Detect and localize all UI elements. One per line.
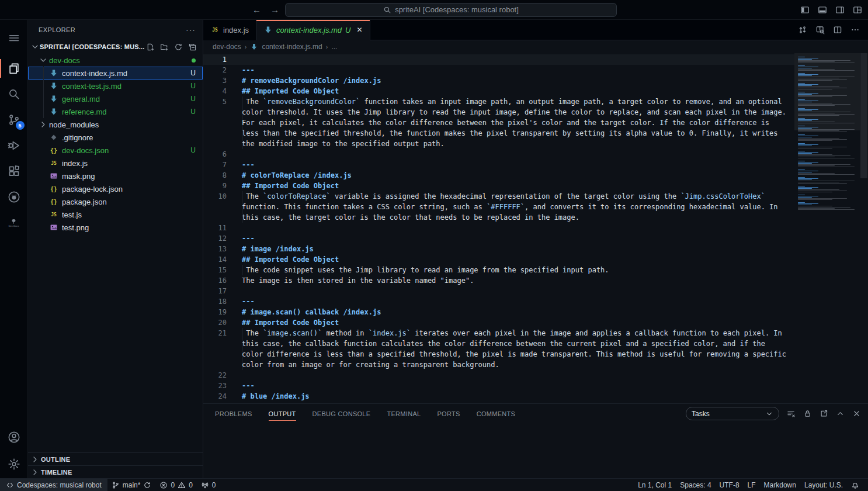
tree-item-mask.png[interactable]: mask.png — [28, 170, 203, 182]
tree-item-dev-docs.json[interactable]: {}dev-docs.jsonU — [28, 144, 203, 157]
activity-devdocs[interactable]: Dev-Docs — [0, 210, 28, 236]
toggle-panel-icon[interactable] — [818, 5, 827, 15]
breadcrumb-item[interactable]: ... — [331, 43, 337, 51]
activity-explorer[interactable] — [0, 56, 28, 81]
tree-item-context-test.js.md[interactable]: context-test.js.mdU — [28, 79, 203, 92]
braces-icon: {} — [49, 197, 58, 206]
panel-tab-ports[interactable]: PORTS — [437, 404, 460, 423]
line-text: --- — [242, 160, 794, 170]
output-channel-select[interactable]: Tasks — [686, 407, 779, 420]
activity-search[interactable] — [0, 81, 28, 107]
nav-back-icon[interactable]: ← — [252, 5, 261, 15]
file-name: .gitignore — [62, 133, 93, 142]
account-button[interactable] — [0, 424, 28, 450]
open-changes-icon[interactable] — [798, 25, 807, 34]
open-in-editor-icon[interactable] — [820, 409, 828, 418]
indentation[interactable]: Spaces: 4 — [676, 479, 715, 491]
activity-github[interactable] — [0, 184, 28, 210]
refresh-icon[interactable] — [174, 43, 183, 51]
tree-item-reference.md[interactable]: reference.mdU — [28, 105, 203, 118]
tree-item-dev-docs[interactable]: dev-docs — [28, 54, 203, 67]
tree-item-test.js[interactable]: JStest.js — [28, 208, 203, 221]
close-tab-icon[interactable]: ✕ — [356, 26, 362, 34]
tab-index.js[interactable]: JSindex.js — [203, 20, 256, 40]
panel-tab-output[interactable]: OUTPUT — [269, 404, 296, 423]
tree-item-index.js[interactable]: JSindex.js — [28, 157, 203, 170]
forwarded-ports[interactable]: 0 — [197, 479, 220, 491]
problems[interactable]: 00 — [155, 479, 196, 491]
minimap-line — [798, 164, 850, 165]
panel-tab-debug-console[interactable]: DEBUG CONSOLE — [313, 404, 371, 423]
minimap-line — [798, 182, 839, 182]
toggle-secondary-sidebar-icon[interactable] — [835, 5, 845, 15]
settings-button[interactable] — [0, 450, 28, 478]
panel-tab-terminal[interactable]: TERMINAL — [387, 404, 421, 423]
problems-text: 0 — [189, 481, 193, 489]
explorer-more-actions-icon[interactable]: ··· — [186, 25, 196, 34]
maximize-panel-icon[interactable] — [836, 409, 845, 418]
minimap-line — [798, 167, 855, 167]
clear-output-icon[interactable] — [787, 409, 796, 418]
breadcrumb-item[interactable]: dev-docs — [213, 43, 241, 51]
minimap-line — [798, 132, 847, 132]
editor-line-18: 18--- — [203, 296, 794, 307]
tree-item-package.json[interactable]: {}package.json — [28, 195, 203, 208]
output-view[interactable] — [203, 423, 868, 478]
minimap-line — [798, 209, 855, 210]
line-number: 7 — [203, 160, 242, 170]
markdown-icon — [263, 25, 273, 34]
minimap-line — [798, 151, 805, 151]
minimap-slider[interactable] — [794, 53, 860, 130]
tree-item-test.png[interactable]: test.png — [28, 221, 203, 234]
split-editor-icon[interactable] — [833, 25, 842, 34]
workspace-section-header[interactable]: SPRITEAI [CODESPACES: MUS... — [28, 40, 203, 54]
breadcrumb-item[interactable]: context-index.js.md — [262, 43, 322, 51]
tree-item-context-index.js.md[interactable]: context-index.js.mdU — [28, 67, 203, 79]
menu-button[interactable] — [0, 25, 28, 51]
github-icon — [8, 191, 20, 203]
tree-item-.gitignore[interactable]: .gitignore — [28, 131, 203, 144]
editor-scrollbar[interactable] — [860, 53, 868, 403]
markdown-icon — [49, 68, 58, 78]
tree-item-package-lock.json[interactable]: {}package-lock.json — [28, 182, 203, 195]
command-center-search[interactable]: spriteAI [Codespaces: musical robot] — [285, 3, 617, 17]
tree-item-general.md[interactable]: general.mdU — [28, 92, 203, 105]
close-panel-icon[interactable] — [852, 409, 861, 418]
outline-section[interactable]: OUTLINE — [28, 452, 203, 465]
panel-tab-comments[interactable]: COMMENTS — [477, 404, 516, 423]
tree-item-node_modules[interactable]: node_modules — [28, 118, 203, 131]
minimap-line — [798, 152, 818, 153]
language-mode[interactable]: Markdown — [760, 479, 800, 491]
new-file-icon[interactable] — [146, 43, 155, 51]
cursor-position[interactable]: Ln 1, Col 1 — [634, 479, 676, 491]
minimap[interactable] — [794, 53, 860, 403]
editor-line-1: 1 — [203, 54, 794, 65]
timeline-section[interactable]: TIMELINE — [28, 465, 203, 478]
minimap-line — [798, 187, 818, 188]
new-folder-icon[interactable] — [160, 43, 169, 51]
chevron-down-icon — [39, 56, 48, 65]
open-preview-icon[interactable] — [815, 25, 825, 34]
activity-extensions[interactable] — [0, 158, 28, 184]
eol[interactable]: LF — [744, 479, 760, 491]
panel-tab-problems[interactable]: PROBLEMS — [215, 404, 252, 423]
tab-context-index.js.md[interactable]: context-index.js.mdU✕ — [256, 20, 370, 40]
keyboard-layout[interactable]: Layout: U.S. — [800, 479, 847, 491]
editor[interactable]: 12---3# removeBackgroundColor /index.js4… — [203, 53, 868, 403]
notifications[interactable] — [847, 479, 863, 491]
file-name: context-index.js.md — [62, 69, 127, 78]
js-icon: JS — [210, 26, 220, 35]
toggle-sidebar-icon[interactable] — [800, 5, 810, 15]
activity-source-control[interactable]: 5 — [0, 107, 28, 133]
editor-line-10: 10 The `colorToReplace` variable is assi… — [203, 191, 794, 223]
lock-scroll-icon[interactable] — [803, 409, 812, 418]
activity-run-debug[interactable] — [0, 133, 28, 158]
encoding[interactable]: UTF-8 — [716, 479, 744, 491]
customize-layout-icon[interactable] — [853, 5, 862, 15]
git-branch[interactable]: main* — [107, 479, 156, 491]
scrollbar-thumb[interactable] — [860, 53, 867, 178]
more-actions-icon[interactable] — [850, 25, 860, 34]
collapse-all-icon[interactable] — [188, 43, 197, 51]
nav-forward-icon[interactable]: → — [270, 5, 279, 15]
remote-indicator[interactable]: Codespaces: musical robot — [0, 479, 107, 491]
